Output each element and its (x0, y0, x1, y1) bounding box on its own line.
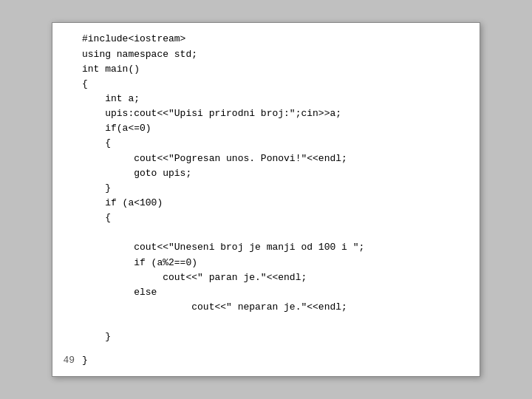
bottom-line-code: } (82, 353, 88, 368)
code-area: #include<iostream> using namespace std; … (52, 23, 480, 353)
line-numbers (60, 32, 82, 344)
code-content: #include<iostream> using namespace std; … (82, 32, 472, 344)
code-window: #include<iostream> using namespace std; … (52, 22, 480, 376)
bottom-line-number: 49 (60, 353, 82, 368)
bottom-line: 49 } (52, 353, 480, 375)
